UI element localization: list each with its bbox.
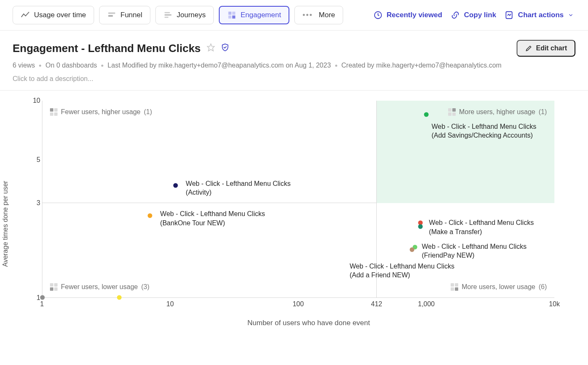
chart-actions-button[interactable]: Chart actions [503, 8, 575, 22]
link-label: Recently viewed [387, 11, 442, 19]
chart-header: Engagement - Lefthand Menu Clicks Edit c… [0, 31, 588, 91]
data-point-label: Web - Click - Lefthand Menu Clicks(Activ… [186, 179, 291, 197]
x-tick: 1 [40, 300, 44, 308]
data-point-label: Web - Click - Lefthand Menu Clicks(Add a… [349, 262, 454, 280]
description-input-placeholder[interactable]: Click to add a description... [13, 75, 575, 83]
quadrant-count: (3) [141, 283, 150, 291]
x-tick: 10k [549, 300, 560, 308]
edit-chart-label: Edit chart [536, 44, 567, 52]
quadrant-text: Fewer users, lower usage [61, 283, 138, 291]
x-axis-label: Number of users who have done event [42, 319, 575, 327]
y-tick: 3 [21, 199, 40, 207]
chevron-down-icon [568, 12, 574, 18]
quadrant-count: (1) [538, 108, 547, 116]
meta-dashboards: On 0 dashboards [45, 62, 97, 69]
tab-funnel[interactable]: Funnel [99, 6, 150, 24]
scatter-plot[interactable]: Fewer users, higher usage (1) More users… [42, 101, 554, 298]
svg-rect-4 [165, 17, 168, 18]
x-axis-ticks: 1 10 100 412 1,000 10k [42, 300, 554, 311]
tab-label: Usage over time [34, 11, 86, 19]
tab-more[interactable]: ••• More [294, 6, 343, 24]
quadrant-text: Fewer users, higher usage [61, 108, 140, 116]
y-tick: 1 [21, 294, 40, 302]
tab-engagement[interactable]: Engagement [219, 6, 289, 24]
engagement-icon [227, 10, 236, 20]
more-dots-icon: ••• [302, 11, 313, 20]
funnel-icon [107, 10, 116, 20]
line-chart-icon [21, 10, 30, 20]
star-icon[interactable] [207, 43, 215, 54]
svg-rect-6 [232, 12, 235, 15]
x-tick: 412 [371, 300, 382, 308]
svg-rect-5 [228, 12, 231, 15]
meta-last-modified: Last Modified by mike.hagerty+demo7@heap… [108, 62, 331, 69]
quadrant-label-top-left: Fewer users, higher usage (1) [50, 108, 152, 116]
svg-rect-7 [228, 16, 231, 18]
quadrant-label-top-right: More users, higher usage (1) [448, 108, 547, 116]
quadrant-text: More users, higher usage [459, 108, 535, 116]
svg-rect-8 [232, 16, 235, 18]
svg-rect-2 [165, 12, 170, 13]
link-label: Copy link [464, 11, 496, 19]
recently-viewed-button[interactable]: Recently viewed [372, 8, 444, 22]
meta-views: 6 views [13, 62, 35, 69]
quadrant-count: (1) [144, 108, 152, 116]
y-axis-ticks: 10 5 3 1 [21, 101, 40, 298]
quadrant-icon [50, 283, 58, 291]
edit-chart-button[interactable]: Edit chart [517, 40, 575, 57]
quadrant-label-bottom-right: More users, lower usage (6) [451, 283, 547, 291]
data-point-label: Web - Click - Lefthand Menu Clicks(BankO… [160, 209, 265, 227]
meta-separator-icon [335, 65, 337, 67]
data-point-label: Web - Click - Lefthand Menu Clicks(Make … [429, 218, 534, 236]
shield-icon[interactable] [221, 43, 229, 53]
meta-separator-icon [101, 65, 103, 67]
chart-meta: 6 views On 0 dashboards Last Modified by… [13, 62, 575, 69]
journeys-icon [163, 10, 173, 20]
data-point-label: Web - Click - Lefthand Menu Clicks(Add S… [431, 122, 536, 140]
data-point[interactable] [424, 112, 429, 117]
tab-journeys[interactable]: Journeys [155, 6, 214, 24]
y-tick: 5 [21, 156, 40, 164]
meta-separator-icon [39, 65, 41, 67]
svg-rect-3 [165, 14, 172, 16]
svg-rect-1 [108, 15, 113, 17]
copy-link-button[interactable]: Copy link [449, 8, 498, 22]
data-point-label: Web - Click - Lefthand Menu Clicks(Frien… [422, 242, 527, 260]
svg-rect-0 [108, 13, 116, 14]
quadrant-text: More users, lower usage [462, 283, 535, 291]
data-point[interactable] [410, 248, 415, 252]
quadrant-icon [448, 108, 456, 116]
tab-label: Funnel [121, 11, 142, 19]
x-tick: 1,000 [418, 300, 435, 308]
svg-marker-11 [207, 44, 214, 51]
y-axis-label: Average times done per user [2, 181, 9, 267]
data-point[interactable] [418, 224, 423, 229]
data-point[interactable] [40, 295, 45, 300]
highlighted-quadrant [377, 101, 554, 203]
tab-usage-over-time[interactable]: Usage over time [13, 6, 94, 24]
data-point[interactable] [147, 214, 152, 218]
data-point[interactable] [117, 295, 121, 300]
tab-label: Journeys [177, 11, 206, 19]
quadrant-label-bottom-left: Fewer users, lower usage (3) [50, 283, 150, 291]
quadrant-count: (6) [538, 283, 547, 291]
meta-created-by: Created by mike.hagerty+demo7@heapanalyt… [341, 62, 501, 69]
quadrant-icon [451, 283, 458, 291]
page-title: Engagement - Lefthand Menu Clicks [13, 42, 201, 55]
pencil-icon [525, 44, 533, 52]
y-tick: 10 [21, 97, 40, 104]
quadrant-icon [50, 108, 58, 116]
x-tick: 100 [293, 300, 304, 308]
data-point[interactable] [173, 183, 178, 188]
tab-label: Engagement [241, 11, 281, 19]
engagement-chart: Average times done per user 10 5 3 1 Few… [0, 91, 588, 340]
x-tick: 10 [166, 300, 174, 308]
tab-label: More [319, 11, 335, 19]
link-label: Chart actions [518, 11, 564, 19]
chart-type-toolbar: Usage over time Funnel Journeys Engageme… [0, 0, 588, 31]
